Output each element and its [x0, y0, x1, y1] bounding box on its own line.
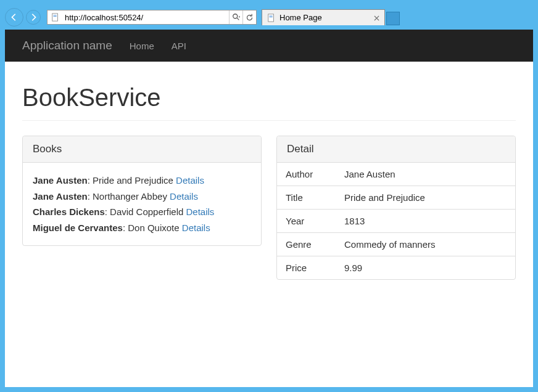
svg-rect-6 [270, 15, 273, 16]
page-title: BookService [22, 84, 516, 112]
detail-panel-heading: Detail [277, 136, 515, 163]
detail-row: GenreCommedy of manners [277, 233, 515, 256]
tab-page-icon [267, 14, 276, 22]
book-title: David Copperfield [110, 206, 183, 217]
url-input[interactable] [64, 11, 229, 23]
svg-rect-2 [54, 16, 57, 17]
app-navbar: Application name Home API [5, 30, 533, 62]
detail-row: Year1813 [277, 210, 515, 233]
svg-rect-0 [52, 14, 58, 21]
svg-point-3 [233, 14, 237, 18]
back-arrow-icon [10, 13, 19, 22]
detail-column: Detail AuthorJane Austen TitlePride and … [276, 136, 516, 292]
books-panel: Books Jane Austen: Pride and Prejudice D… [22, 136, 262, 246]
detail-value: Commedy of manners [336, 233, 515, 256]
page-icon [50, 12, 61, 23]
detail-label: Title [277, 186, 336, 210]
details-link[interactable]: Details [170, 191, 198, 202]
book-item: Jane Austen: Northanger Abbey Details [33, 189, 251, 205]
detail-label: Price [277, 256, 336, 280]
browser-tab[interactable]: Home Page [262, 9, 385, 25]
detail-value: Pride and Prejudice [336, 186, 515, 210]
book-item: Charles Dickens: David Copperfield Detai… [33, 204, 251, 220]
main-container: BookService Books Jane Austen: Pride and… [5, 62, 533, 300]
address-bar [47, 10, 257, 25]
detail-row: Price9.99 [277, 256, 515, 280]
details-link[interactable]: Details [186, 206, 214, 217]
content-row: Books Jane Austen: Pride and Prejudice D… [22, 136, 516, 292]
detail-row: AuthorJane Austen [277, 163, 515, 186]
nav-link-home[interactable]: Home [130, 41, 154, 51]
books-panel-body: Jane Austen: Pride and Prejudice Details… [23, 163, 261, 245]
book-author: Jane Austen [33, 191, 88, 202]
back-button[interactable] [5, 8, 23, 27]
tab-title: Home Page [279, 13, 322, 22]
page-viewport: Application name Home API BookService Bo… [0, 30, 538, 392]
tab-close-button[interactable] [374, 13, 379, 23]
book-item: Miguel de Cervantes: Don Quixote Details [33, 220, 251, 236]
detail-value: 9.99 [336, 256, 515, 280]
svg-line-4 [236, 18, 239, 20]
svg-rect-7 [270, 17, 273, 17]
nav-link-api[interactable]: API [172, 41, 186, 51]
book-title: Don Quixote [128, 223, 179, 233]
book-author: Jane Austen [33, 175, 88, 186]
detail-value: Jane Austen [336, 163, 515, 186]
detail-row: TitlePride and Prejudice [277, 186, 515, 210]
search-icon [232, 13, 241, 22]
book-item: Jane Austen: Pride and Prejudice Details [33, 173, 251, 189]
svg-rect-1 [54, 15, 57, 16]
detail-table: AuthorJane Austen TitlePride and Prejudi… [277, 163, 515, 279]
detail-label: Author [277, 163, 336, 186]
books-column: Books Jane Austen: Pride and Prejudice D… [22, 136, 262, 292]
close-icon [374, 15, 379, 21]
book-title: Pride and Prejudice [93, 175, 173, 186]
tab-bar: Home Page [262, 9, 400, 25]
detail-panel: Detail AuthorJane Austen TitlePride and … [276, 136, 516, 280]
forward-button[interactable] [26, 10, 41, 25]
detail-label: Year [277, 210, 336, 233]
detail-label: Genre [277, 233, 336, 256]
svg-rect-5 [268, 14, 274, 21]
book-title: Northanger Abbey [93, 191, 167, 202]
refresh-icon [246, 14, 254, 22]
divider [22, 120, 516, 121]
refresh-button[interactable] [242, 10, 256, 24]
navbar-brand[interactable]: Application name [22, 39, 112, 52]
book-author: Charles Dickens [33, 206, 105, 217]
detail-value: 1813 [336, 210, 515, 233]
new-tab-button[interactable] [386, 12, 400, 25]
details-link[interactable]: Details [176, 175, 204, 186]
book-author: Miguel de Cervantes [33, 223, 123, 233]
forward-arrow-icon [29, 13, 38, 22]
books-panel-heading: Books [23, 136, 261, 163]
browser-toolbar: Home Page [0, 0, 538, 30]
search-dropdown-button[interactable] [229, 10, 242, 24]
details-link[interactable]: Details [182, 223, 210, 233]
